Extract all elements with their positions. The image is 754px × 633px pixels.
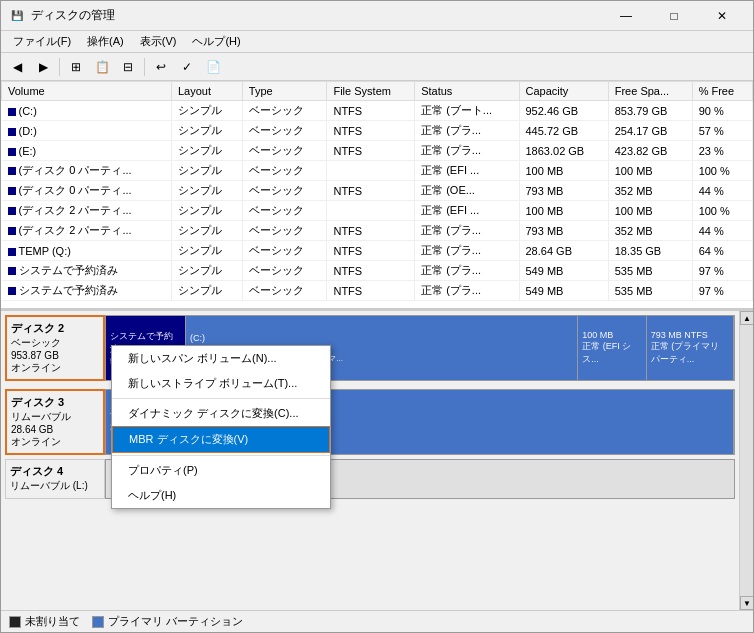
ctx-sep-1 (112, 398, 330, 399)
table-row[interactable]: システムで予約済みシンプルベーシックNTFS正常 (プラ...549 MB535… (2, 261, 753, 281)
disk-table-area[interactable]: Volume Layout Type File System Status Ca… (1, 81, 753, 311)
table-row[interactable]: システムで予約済みシンプルベーシックNTFS正常 (プラ...549 MB535… (2, 281, 753, 301)
title-controls: — □ ✕ (603, 1, 745, 31)
table-cell-0: (C:) (2, 101, 172, 121)
table-cell-7: 64 % (692, 241, 752, 261)
table-row[interactable]: TEMP (Q:)シンプルベーシックNTFS正常 (プラ...28.64 GB1… (2, 241, 753, 261)
scroll-down-btn[interactable]: ▼ (740, 596, 753, 610)
table-cell-0: (ディスク 0 パーティ... (2, 181, 172, 201)
table-cell-6: 853.79 GB (608, 101, 692, 121)
disk-icon (8, 207, 16, 215)
ctx-sep-2 (112, 455, 330, 456)
table-cell-1: シンプル (171, 201, 242, 221)
ctx-help[interactable]: ヘルプ(H) (112, 483, 330, 508)
disk-icon (8, 187, 16, 195)
disk2-part-oem[interactable]: 793 MB NTFS 正常 (プライマリ パーティ... (647, 316, 734, 380)
back-button[interactable]: ◀ (5, 56, 29, 78)
disk2-size: 953.87 GB (11, 350, 99, 361)
ctx-convert-mbr[interactable]: MBR ディスクに変換(V) (112, 426, 330, 453)
table-row[interactable]: (ディスク 2 パーティ...シンプルベーシック正常 (EFI ...100 M… (2, 201, 753, 221)
table-cell-4: 正常 (プラ... (415, 241, 519, 261)
minimize-button[interactable]: — (603, 1, 649, 31)
table-cell-6: 254.17 GB (608, 121, 692, 141)
toolbar-btn-4[interactable]: ↩ (149, 56, 173, 78)
ctx-new-spanned[interactable]: 新しいスパン ボリューム(N)... (112, 346, 330, 371)
table-cell-6: 352 MB (608, 221, 692, 241)
app-icon: 💾 (9, 8, 25, 24)
legend-unallocated-box (9, 616, 21, 628)
table-cell-4: 正常 (EFI ... (415, 201, 519, 221)
table-cell-1: シンプル (171, 181, 242, 201)
disk-icon (8, 148, 16, 156)
disk4-label: ディスク 4 リムーバブル (L:) (5, 459, 105, 499)
table-cell-2: ベーシック (242, 201, 327, 221)
toolbar-btn-2[interactable]: 📋 (90, 56, 114, 78)
menu-action[interactable]: 操作(A) (79, 32, 132, 51)
menu-file[interactable]: ファイル(F) (5, 32, 79, 51)
toolbar-btn-5[interactable]: ✓ (175, 56, 199, 78)
table-cell-2: ベーシック (242, 101, 327, 121)
forward-button[interactable]: ▶ (31, 56, 55, 78)
table-cell-1: シンプル (171, 281, 242, 301)
ctx-properties[interactable]: プロパティ(P) (112, 458, 330, 483)
table-cell-3 (327, 201, 415, 221)
table-cell-6: 423.82 GB (608, 141, 692, 161)
col-pct: % Free (692, 82, 752, 101)
table-cell-5: 952.46 GB (519, 101, 608, 121)
table-row[interactable]: (E:)シンプルベーシックNTFS正常 (プラ...1863.02 GB423.… (2, 141, 753, 161)
scroll-up-btn[interactable]: ▲ (740, 311, 753, 325)
table-cell-4: 正常 (プラ... (415, 221, 519, 241)
disk3-label: ディスク 3 リムーバブル 28.64 GB オンライン (5, 389, 105, 455)
table-cell-0: システムで予約済み (2, 281, 172, 301)
window-title: ディスクの管理 (31, 7, 603, 24)
table-cell-5: 793 MB (519, 221, 608, 241)
disk2-status: オンライン (11, 361, 99, 375)
col-volume: Volume (2, 82, 172, 101)
disk3-size: 28.64 GB (11, 424, 99, 435)
table-cell-2: ベーシック (242, 161, 327, 181)
toolbar-btn-6[interactable]: 📄 (201, 56, 225, 78)
disk-view-area[interactable]: ディスク 2 ベーシック 953.87 GB オンライン システムで予約済み 5… (1, 311, 739, 610)
toolbar-btn-3[interactable]: ⊟ (116, 56, 140, 78)
table-cell-5: 1863.02 GB (519, 141, 608, 161)
table-cell-4: 正常 (EFI ... (415, 161, 519, 181)
table-cell-3: NTFS (327, 121, 415, 141)
table-cell-7: 97 % (692, 261, 752, 281)
table-row[interactable]: (ディスク 0 パーティ...シンプルベーシック正常 (EFI ...100 M… (2, 161, 753, 181)
toolbar-btn-1[interactable]: ⊞ (64, 56, 88, 78)
maximize-button[interactable]: □ (651, 1, 697, 31)
disk-table: Volume Layout Type File System Status Ca… (1, 81, 753, 301)
ctx-new-striped[interactable]: 新しいストライプ ボリューム(T)... (112, 371, 330, 396)
table-cell-0: (D:) (2, 121, 172, 141)
scroll-track[interactable] (740, 325, 753, 596)
table-row[interactable]: (ディスク 2 パーティ...シンプルベーシックNTFS正常 (プラ...793… (2, 221, 753, 241)
ctx-convert-dynamic[interactable]: ダイナミック ディスクに変換(C)... (112, 401, 330, 426)
table-cell-4: 正常 (プラ... (415, 141, 519, 161)
table-cell-5: 28.64 GB (519, 241, 608, 261)
col-capacity: Capacity (519, 82, 608, 101)
disk-icon (8, 248, 16, 256)
table-row[interactable]: (ディスク 0 パーティ...シンプルベーシックNTFS正常 (OE...793… (2, 181, 753, 201)
table-cell-1: シンプル (171, 121, 242, 141)
toolbar-separator-1 (59, 58, 60, 76)
table-cell-2: ベーシック (242, 281, 327, 301)
vertical-scrollbar[interactable]: ▲ ▼ (739, 311, 753, 610)
close-button[interactable]: ✕ (699, 1, 745, 31)
table-cell-0: (ディスク 2 パーティ... (2, 221, 172, 241)
menu-help[interactable]: ヘルプ(H) (184, 32, 248, 51)
table-header-row: Volume Layout Type File System Status Ca… (2, 82, 753, 101)
menu-view[interactable]: 表示(V) (132, 32, 185, 51)
legend-unallocated: 未割り当て (9, 614, 80, 629)
disk-icon (8, 128, 16, 136)
toolbar: ◀ ▶ ⊞ 📋 ⊟ ↩ ✓ 📄 (1, 53, 753, 81)
main-content: Volume Layout Type File System Status Ca… (1, 81, 753, 610)
col-status: Status (415, 82, 519, 101)
table-cell-4: 正常 (OE... (415, 181, 519, 201)
toolbar-separator-2 (144, 58, 145, 76)
disk2-part-efi[interactable]: 100 MB 正常 (EFI シス... (578, 316, 647, 380)
table-row[interactable]: (C:)シンプルベーシックNTFS正常 (ブート...952.46 GB853.… (2, 101, 753, 121)
table-row[interactable]: (D:)シンプルベーシックNTFS正常 (プラ...445.72 GB254.1… (2, 121, 753, 141)
table-cell-3: NTFS (327, 181, 415, 201)
table-cell-6: 352 MB (608, 181, 692, 201)
disk2-label: ディスク 2 ベーシック 953.87 GB オンライン (5, 315, 105, 381)
